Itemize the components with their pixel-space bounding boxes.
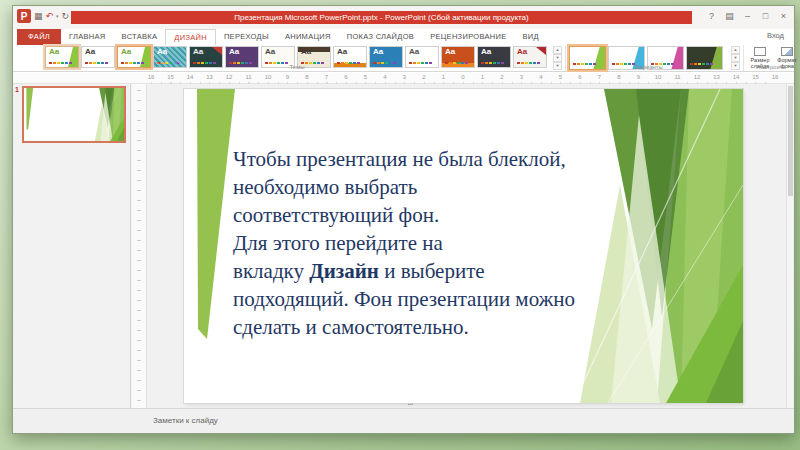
ruler-number: 3	[403, 74, 406, 80]
powerpoint-window: P ▦ ↶ ▾ ↻ ⊡ ▾ Презентация Microsoft Powe…	[12, 5, 795, 434]
horizontal-ruler[interactable]: 1615141312111098765432101234567891011121…	[151, 73, 775, 84]
slide-text-block[interactable]: Чтобы презентация не была блеклой,необхо…	[233, 145, 713, 341]
ruler-number: 10	[655, 74, 662, 80]
slide-number: 1	[15, 86, 19, 93]
main-area: 1 Чтобы презентация не была блеклой,необ…	[13, 84, 794, 409]
desktop-background: P ▦ ↶ ▾ ↻ ⊡ ▾ Презентация Microsoft Powe…	[0, 0, 800, 450]
ruler-number: 4	[539, 74, 542, 80]
format-background-icon	[781, 47, 793, 56]
undo-dropdown-caret-icon[interactable]: ▾	[56, 13, 59, 19]
ruler-number: 8	[305, 74, 308, 80]
slide-text-line: сделать и самостоятельно.	[233, 313, 713, 341]
tab-transitions[interactable]: ПЕРЕХОДЫ	[216, 29, 277, 45]
themes-group-label: Темы	[45, 64, 549, 70]
tab-insert[interactable]: ВСТАВКА	[114, 29, 166, 45]
slide-thumbnail-panel[interactable]: 1	[13, 84, 131, 409]
variants-gallery-scrollbar: ▲ ▼ ▼	[731, 46, 740, 68]
slide-1-thumbnail[interactable]	[22, 86, 126, 143]
slide-text-line: подходящий. Фон презентации можно	[233, 285, 713, 313]
ruler-number: 15	[167, 74, 174, 80]
slide-text-line: необходимо выбрать	[233, 173, 713, 201]
ruler-number: 4	[383, 74, 386, 80]
ruler-number: 1	[481, 74, 484, 80]
scroll-up-icon[interactable]: ▲	[731, 46, 740, 54]
slide-text-line: вкладку Дизайн и выберите	[233, 257, 713, 285]
window-controls: ? ▤ – □ ×	[705, 9, 790, 23]
help-icon[interactable]: ?	[705, 9, 718, 23]
theme-aa-label: Aa	[49, 48, 59, 56]
close-icon[interactable]: ×	[777, 9, 790, 23]
group-separator	[565, 45, 566, 71]
slide-canvas[interactable]: Чтобы презентация не была блеклой,необхо…	[147, 84, 794, 409]
scroll-down-icon[interactable]: ▼	[553, 54, 562, 62]
theme-aa-label: Aa	[373, 48, 383, 56]
ruler-number: 7	[598, 74, 601, 80]
ruler-number: 12	[694, 74, 701, 80]
ruler-row: 1615141312111098765432101234567891011121…	[13, 73, 794, 84]
theme-aa-label: Aa	[193, 48, 203, 56]
ruler-number: 3	[520, 74, 523, 80]
theme-aa-label: Aa	[229, 48, 239, 56]
ribbon-design-tab-content: AaAaAaAaAaAaAaAaAaAaAaAaAaAa ▲ ▼ ▼ ▲ ▼ ▼…	[13, 45, 794, 72]
ruler-number: 1	[442, 74, 445, 80]
sign-in-link[interactable]: Вход	[767, 31, 784, 40]
theme-aa-label: Aa	[265, 48, 275, 56]
slide[interactable]: Чтобы презентация не была блеклой,необхо…	[184, 89, 743, 403]
ruler-number: 2	[422, 74, 425, 80]
ruler-number: 0	[461, 74, 464, 80]
theme-corner	[212, 47, 222, 55]
thumbnail-artwork	[24, 88, 124, 141]
gallery-more-icon[interactable]: ▼	[731, 62, 740, 70]
tab-review[interactable]: РЕЦЕНЗИРОВАНИЕ	[422, 29, 514, 45]
minimize-icon[interactable]: –	[741, 9, 754, 23]
gallery-more-icon[interactable]: ▼	[553, 62, 562, 70]
ruler-number: 8	[617, 74, 620, 80]
theme-aa-label: Aa	[517, 48, 527, 56]
save-icon[interactable]: ▦	[34, 9, 43, 23]
scrollbar-thumb[interactable]	[788, 86, 793, 196]
theme-aa-label: Aa	[481, 48, 491, 56]
ruler-number: 7	[325, 74, 328, 80]
title-bar[interactable]: P ▦ ↶ ▾ ↻ ⊡ ▾ Презентация Microsoft Powe…	[13, 6, 794, 29]
theme-aa-label: Aa	[121, 48, 131, 56]
ruler-number: 14	[187, 74, 194, 80]
ruler-number: 14	[733, 74, 740, 80]
tab-slideshow[interactable]: ПОКАЗ СЛАЙДОВ	[339, 29, 422, 45]
themes-gallery-scrollbar: ▲ ▼ ▼	[553, 46, 562, 68]
notes-label: Заметки к слайду	[153, 416, 218, 425]
tab-design[interactable]: ДИЗАЙН	[165, 29, 216, 45]
ruler-number: 11	[674, 74, 680, 80]
undo-icon[interactable]: ↶	[46, 9, 54, 23]
notes-splitter-handle[interactable]: •••	[404, 402, 418, 408]
restore-icon[interactable]: □	[759, 9, 772, 23]
ruler-number: 13	[713, 74, 720, 80]
ruler-number: 9	[286, 74, 289, 80]
scroll-up-icon[interactable]: ▲	[553, 46, 562, 54]
canvas-scrollbar[interactable]	[786, 84, 793, 409]
tab-animations[interactable]: АНИМАЦИЯ	[277, 29, 339, 45]
notes-bar[interactable]: Заметки к слайду •••	[13, 408, 794, 433]
vertical-ruler[interactable]	[132, 84, 147, 409]
window-title: Презентация Microsoft PowerPoint.pptx - …	[71, 11, 692, 24]
tab-home[interactable]: ГЛАВНАЯ	[61, 29, 114, 45]
tab-file[interactable]: ФАЙЛ	[17, 29, 61, 45]
scroll-down-icon[interactable]: ▼	[731, 54, 740, 62]
ruler-number: 2	[500, 74, 503, 80]
ruler-number: 9	[637, 74, 640, 80]
customize-group-label: Настроить	[743, 64, 799, 70]
variants-group-label: Варианты	[569, 64, 729, 70]
tab-view[interactable]: ВИД	[514, 29, 546, 45]
ruler-number: 11	[245, 74, 251, 80]
ruler-number: 13	[206, 74, 213, 80]
ruler-number: 16	[148, 74, 155, 80]
ruler-number: 10	[265, 74, 272, 80]
slide-text-line: Для этого перейдите на	[233, 229, 713, 257]
ruler-number: 5	[364, 74, 367, 80]
theme-aa-label: Aa	[337, 48, 347, 56]
theme-aa-label: Aa	[85, 48, 95, 56]
ribbon-display-options-icon[interactable]: ▤	[723, 9, 736, 23]
redo-icon[interactable]: ↻	[62, 9, 70, 23]
collapse-ribbon-icon[interactable]: ^	[787, 64, 790, 70]
slide-text-line: Чтобы презентация не была блеклой,	[233, 145, 713, 173]
ruler-number: 6	[344, 74, 347, 80]
